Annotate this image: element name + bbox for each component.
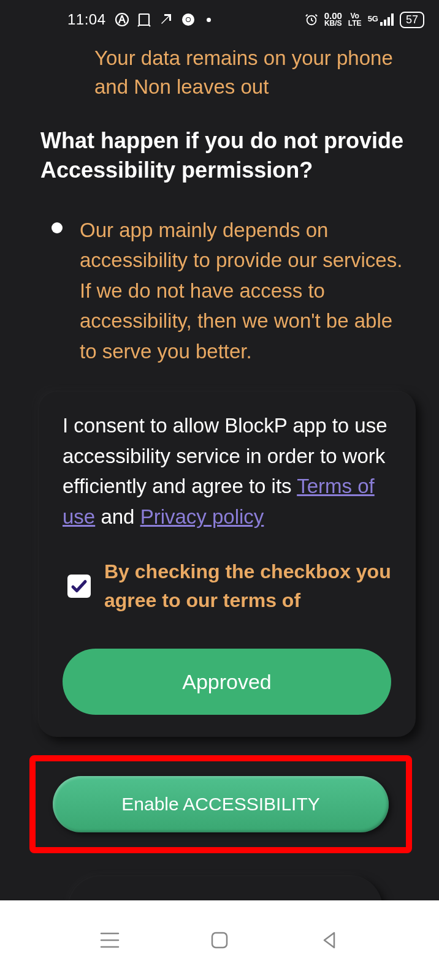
volte-indicator: Vo LTE (348, 12, 362, 27)
screen-icon (137, 12, 151, 27)
status-right: 0.00 KB/S Vo LTE 5G 57 (305, 12, 424, 28)
privacy-policy-link[interactable]: Privacy policy (140, 505, 264, 528)
app-icon (115, 12, 129, 27)
previous-bullet-partial: Your data remains on your phone and Non … (40, 44, 410, 102)
consent-checkbox-label: By checking the checkbox you agree to ou… (104, 557, 391, 614)
chrome-icon (181, 12, 196, 27)
status-left: 11:04 (67, 11, 211, 28)
bullet-text: Our app mainly depends on accessibility … (80, 215, 410, 367)
consent-checkbox-row: By checking the checkbox you agree to ou… (63, 557, 391, 614)
consent-card: I consent to allow BlockP app to use acc… (38, 391, 416, 737)
svg-point-4 (186, 18, 190, 21)
bullet-dot-icon (52, 222, 63, 233)
skip-button[interactable]: Skip>> (67, 875, 383, 900)
main-content: Your data remains on your phone and Non … (0, 39, 439, 900)
svg-rect-1 (139, 14, 149, 25)
status-time: 11:04 (67, 11, 106, 28)
back-button[interactable] (317, 928, 342, 952)
recent-apps-button[interactable] (97, 928, 122, 952)
approved-button[interactable]: Approved (63, 649, 391, 715)
consent-mid: and (95, 505, 140, 528)
status-notification-icons (115, 12, 211, 27)
consent-text: I consent to allow BlockP app to use acc… (63, 410, 391, 532)
arrow-up-right-icon (159, 12, 174, 27)
highlight-annotation: Enable ACCESSIBILITY (29, 755, 412, 853)
check-icon (70, 577, 88, 595)
consent-checkbox[interactable] (67, 575, 91, 598)
battery-indicator: 57 (400, 12, 424, 28)
svg-rect-9 (212, 933, 227, 948)
alarm-icon (305, 13, 318, 26)
bullet-item: Our app mainly depends on accessibility … (40, 215, 410, 367)
android-nav-bar (0, 900, 439, 980)
status-bar: 11:04 0.00 KB/S Vo LTE 5G 57 (0, 0, 439, 39)
section-heading: What happen if you do not provide Access… (40, 126, 410, 186)
network-speed: 0.00 KB/S (324, 12, 342, 27)
enable-accessibility-button[interactable]: Enable ACCESSIBILITY (53, 776, 389, 832)
dot-icon (207, 18, 211, 22)
signal-icon: 5G (368, 13, 394, 26)
home-button[interactable] (207, 928, 232, 952)
